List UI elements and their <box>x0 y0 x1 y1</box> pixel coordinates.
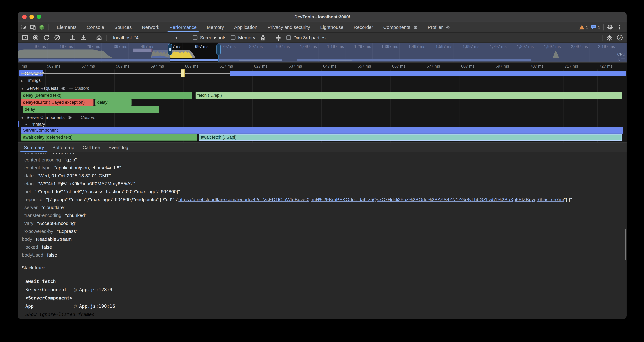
details-tab-bottom-up[interactable]: Bottom-up <box>48 143 78 152</box>
timeline-overview[interactable]: NET 97 ms197 ms297 ms397 ms497 ms597 ms6… <box>18 43 626 62</box>
screenshots-toggle[interactable]: Screenshots <box>193 35 226 40</box>
track-primary-header[interactable]: ▼ Primary <box>25 122 45 127</box>
ruler-tick-label: 657 ms <box>358 64 371 69</box>
dim-3rd-parties-checkbox[interactable] <box>286 35 291 40</box>
devtools-tabbar: ElementsConsoleSourcesNetworkPerformance… <box>18 22 626 33</box>
toolbar-right: ? <box>602 35 623 41</box>
dim-3rd-parties-label: Dim 3rd parties <box>293 35 326 40</box>
detail-value: false <box>42 244 52 250</box>
ruler-tick-label: 647 ms <box>323 64 336 69</box>
handle-grip <box>219 48 219 51</box>
zoom-window-button[interactable] <box>37 15 41 19</box>
expanded-triangle-icon: ▼ <box>21 87 24 90</box>
event-bar-await-delay-deferred-text[interactable]: await delay (deferred text) <box>21 134 197 140</box>
event-bar-delayederror-ayed-exception[interactable]: delayedError (…ayed exception) <box>21 99 94 106</box>
details-tab-call-tree[interactable]: Call tree <box>78 143 104 152</box>
detail-value: "W/\"4b1-RjEJloX9kRinu6F0MAZMmy6E5iA\"" <box>38 181 135 186</box>
report-to-url-link[interactable]: https://a.nel.cloudflare.com/report/v4?s… <box>178 197 564 202</box>
event-bar-delay-deferred-text[interactable]: delay (deferred text) <box>21 92 192 99</box>
track-server-requests-header[interactable]: ▼ Server Requests — Custom <box>21 86 89 91</box>
screenshots-checkbox[interactable] <box>193 35 198 40</box>
event-bar-delay[interactable]: delay <box>23 106 159 113</box>
detail-row-content-type: content-type"application/json; charset=u… <box>18 164 626 172</box>
stack-trace-divider <box>18 262 626 262</box>
event-bar-servercomponent[interactable]: ServerComponent <box>21 127 624 134</box>
ruler-tick-label: 597 ms <box>150 64 164 69</box>
minimize-window-button[interactable] <box>30 15 34 19</box>
close-window-button[interactable] <box>22 15 26 19</box>
home-icon[interactable] <box>96 35 102 41</box>
tab-label: Application <box>234 25 257 30</box>
track-server-components-header[interactable]: ▼ Server Components — Custom <box>21 115 96 120</box>
stack-frame-name: <ServerComponent> <box>25 294 74 302</box>
extension-gem-icon[interactable] <box>39 24 45 30</box>
selection-handle-right[interactable] <box>216 44 220 55</box>
network-request-candle[interactable] <box>181 69 185 77</box>
flame-chart-area[interactable]: ▶ Network ▶ Timings ▼ Server Requests — … <box>18 63 626 142</box>
history-dropdown[interactable]: localhost #4 ▼ <box>111 34 180 41</box>
memory-toggle[interactable]: Memory <box>231 35 255 40</box>
event-bar-await-fetch-api[interactable]: await fetch (…/api) <box>199 134 622 140</box>
detail-row-report-to: report-to"{\"group\":\"cf-nel\",\"max_ag… <box>18 195 626 203</box>
stack-frame-servercomponent: ServerComponent@App.js:128:9 <box>25 285 624 294</box>
tab-recorder[interactable]: Recorder <box>348 22 378 32</box>
tab-console[interactable]: Console <box>82 22 109 32</box>
tab-lighthouse[interactable]: Lighthouse <box>315 22 348 32</box>
detail-value: "Wed, 01 Oct 2025 18:32:01 GMT" <box>38 173 111 178</box>
tab-elements[interactable]: Elements <box>52 22 82 32</box>
record-icon[interactable] <box>32 35 39 41</box>
details-tab-summary[interactable]: Summary <box>20 143 48 152</box>
event-bar-delay[interactable]: delay <box>96 99 132 106</box>
track-divider-1 <box>18 85 626 85</box>
network-request-bar[interactable] <box>230 71 626 76</box>
detail-row-transfer-encoding: transfer-encoding"chunked" <box>18 211 626 219</box>
detail-value: "{\"report_to\":\"cf-nel\",\"success_fra… <box>34 189 180 194</box>
show-ignore-listed-frames-link[interactable]: Show ignore-listed frames <box>25 312 94 317</box>
detail-value: ReadableStream <box>36 236 72 242</box>
detail-key: nel <box>24 189 31 194</box>
tab-memory[interactable]: Memory <box>202 22 229 32</box>
details-tab-event-log[interactable]: Event log <box>104 143 132 152</box>
summary-details-pane[interactable]: connection"keep-alive"content-encoding"g… <box>18 153 626 319</box>
dim-3rd-parties-toggle[interactable]: Dim 3rd parties <box>286 35 326 40</box>
toolbar-separator-2 <box>91 35 91 41</box>
at-symbol: @ <box>74 287 76 292</box>
title-bar[interactable]: DevTools - localhost:3000/ <box>18 12 626 22</box>
collapse-tracks-icon[interactable] <box>275 35 282 41</box>
memory-checkbox[interactable] <box>231 35 236 40</box>
tab-performance[interactable]: Performance <box>164 22 202 32</box>
collapsed-triangle-icon: ▶ <box>21 79 23 83</box>
help-icon[interactable]: ? <box>616 35 623 41</box>
detail-value: "gzip" <box>65 157 77 162</box>
capture-settings-gear-icon[interactable] <box>606 35 612 41</box>
clear-icon[interactable] <box>54 35 60 41</box>
event-bar-fetch-api[interactable]: fetch (…/api) <box>196 92 622 99</box>
settings-gear-icon[interactable] <box>607 24 613 30</box>
device-toolbar-icon[interactable] <box>30 24 36 30</box>
load-profile-icon[interactable] <box>70 35 76 41</box>
tab-application[interactable]: Application <box>229 22 262 32</box>
track-timings-header[interactable]: ▶ Timings <box>21 78 40 83</box>
issues-badge[interactable]: 1 <box>592 25 600 30</box>
tab-profiler[interactable]: Profiler <box>422 22 455 32</box>
more-options-kebab-icon[interactable] <box>616 24 623 30</box>
detail-key: locked <box>24 244 38 250</box>
save-profile-icon[interactable] <box>80 35 86 41</box>
tab-privacy-and-security[interactable]: Privacy and security <box>262 22 315 32</box>
garbage-collect-icon[interactable] <box>260 35 266 41</box>
selection-handle-left[interactable] <box>168 44 172 55</box>
overview-dim-overlay <box>218 43 626 62</box>
tab-network[interactable]: Network <box>137 22 164 32</box>
reload-record-icon[interactable] <box>43 35 50 41</box>
detail-value: "chunked" <box>65 213 86 218</box>
stack-frame-source-link[interactable]: App.js:128:9 <box>79 287 112 292</box>
detail-value: "application/json; charset=utf-8" <box>54 165 121 170</box>
tab-sources[interactable]: Sources <box>109 22 137 32</box>
inspect-element-icon[interactable] <box>21 24 27 30</box>
warnings-badge[interactable]: 1 <box>580 25 588 30</box>
tab-components[interactable]: Components <box>378 22 422 32</box>
stack-frame-source-link[interactable]: App.js:190:16 <box>79 304 115 309</box>
ruler-tick-label: 677 ms <box>426 64 440 69</box>
detail-row-date: date"Wed, 01 Oct 2025 18:32:01 GMT" <box>18 172 626 180</box>
toggle-sidebar-icon[interactable] <box>22 35 28 41</box>
